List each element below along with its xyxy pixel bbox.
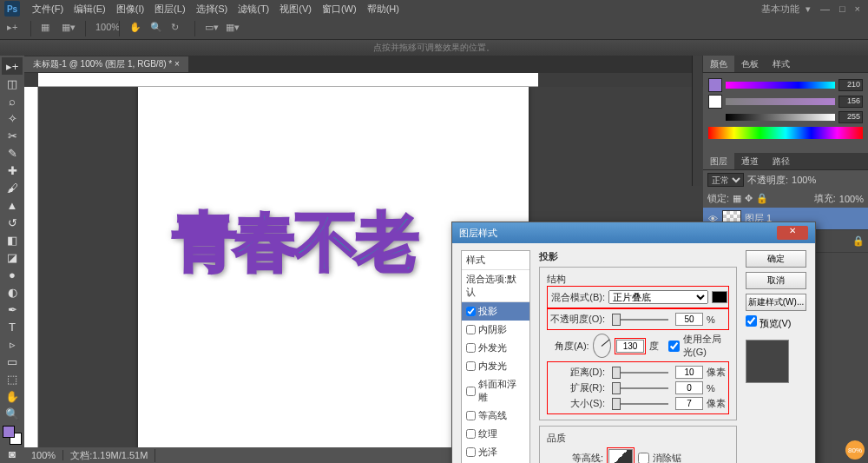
dodge-tool[interactable]: ◐ <box>2 283 23 301</box>
tab-channels[interactable]: 通道 <box>734 153 766 169</box>
move-tool[interactable]: ▸+ <box>2 57 23 75</box>
dialog-close-button[interactable]: ✕ <box>777 226 808 240</box>
style-check[interactable] <box>466 343 476 353</box>
3d-tool[interactable]: ⬚ <box>2 370 23 387</box>
close-icon[interactable]: × <box>852 2 864 16</box>
pen-tool[interactable]: ✒ <box>2 301 23 318</box>
spread-slider[interactable] <box>612 387 668 389</box>
lock-pixels-icon[interactable]: ▦ <box>733 193 741 204</box>
rotate-icon[interactable]: ↻ <box>171 22 185 36</box>
menu-help[interactable]: 帮助(H) <box>362 3 404 16</box>
cancel-button[interactable]: 取消 <box>746 272 806 289</box>
brush-tool[interactable]: 🖌 <box>2 179 23 196</box>
style-item-innerglow[interactable]: 内发光 <box>462 357 529 375</box>
style-item-bevel[interactable]: 斜面和浮雕 <box>462 375 529 407</box>
menu-file[interactable]: 文件(F) <box>27 3 69 16</box>
menu-filter[interactable]: 滤镜(T) <box>233 3 274 16</box>
style-check[interactable] <box>466 361 476 371</box>
blend-options-item[interactable]: 混合选项:默认 <box>462 270 529 302</box>
angle-dial[interactable] <box>593 334 611 358</box>
angle-input[interactable] <box>616 340 644 353</box>
heal-tool[interactable]: ✚ <box>2 162 23 179</box>
dialog-title-bar[interactable]: 图层样式 ✕ <box>452 222 815 243</box>
opacity-slider[interactable] <box>612 319 668 321</box>
menu-layer[interactable]: 图层(L) <box>149 3 190 16</box>
distance-input[interactable] <box>675 366 703 379</box>
eraser-tool[interactable]: ◧ <box>2 231 23 248</box>
tab-layers[interactable]: 图层 <box>703 153 734 169</box>
workspace-switcher[interactable]: 基本功能 ▾ <box>754 1 814 17</box>
eyedropper-tool[interactable]: ✎ <box>2 144 23 162</box>
blend-mode-select[interactable]: 正常 <box>707 173 744 187</box>
hue-slider[interactable] <box>726 82 835 89</box>
hand-tool[interactable]: ✋ <box>2 387 23 405</box>
style-check[interactable] <box>466 447 476 457</box>
history-brush-tool[interactable]: ↺ <box>2 214 23 231</box>
bg-swatch[interactable] <box>708 95 722 109</box>
stamp-tool[interactable]: ▲ <box>2 196 23 214</box>
style-check[interactable] <box>466 387 476 396</box>
sat-value[interactable]: 156 <box>838 96 863 108</box>
maximize-icon[interactable]: □ <box>836 2 849 16</box>
hue-value[interactable]: 210 <box>838 79 863 91</box>
screen-mode-icon[interactable]: ▭▾ <box>205 22 219 36</box>
style-check[interactable] <box>466 307 476 316</box>
tab-paths[interactable]: 路径 <box>766 153 797 169</box>
quickmask-tool[interactable]: ◙ <box>2 445 23 462</box>
preview-check[interactable] <box>746 315 757 327</box>
tab-color[interactable]: 颜色 <box>703 56 734 72</box>
style-check[interactable] <box>466 325 476 334</box>
styles-header[interactable]: 样式 <box>462 251 529 270</box>
spectrum-bar[interactable] <box>708 127 863 139</box>
menu-window[interactable]: 窗口(W) <box>317 3 362 16</box>
document-tab[interactable]: 未标题-1 @ 100% (图层 1, RGB/8) * × <box>24 56 188 72</box>
fill-value[interactable]: 100% <box>839 194 864 204</box>
sat-slider[interactable] <box>726 98 835 105</box>
style-item-contour[interactable]: 等高线 <box>462 407 529 425</box>
style-check[interactable] <box>466 411 476 420</box>
zoom-tool[interactable]: 🔍 <box>2 405 23 422</box>
global-light-check[interactable] <box>668 341 680 352</box>
arrange-icon[interactable]: ▦▾ <box>226 22 240 36</box>
bri-slider[interactable] <box>726 114 835 121</box>
menu-view[interactable]: 视图(V) <box>274 3 317 16</box>
style-item-satin[interactable]: 光泽 <box>462 443 529 461</box>
opacity-input[interactable] <box>675 313 703 326</box>
zoom-level[interactable]: 100% <box>95 22 109 36</box>
antialias-check[interactable] <box>638 453 649 464</box>
marquee-tool[interactable]: ◫ <box>2 75 23 92</box>
crop-tool[interactable]: ✂ <box>2 127 23 144</box>
lock-position-icon[interactable]: ✥ <box>745 193 753 204</box>
style-item-outerglow[interactable]: 外发光 <box>462 339 529 357</box>
menu-select[interactable]: 选择(S) <box>191 3 233 16</box>
zoom-icon[interactable]: 🔍 <box>150 22 164 36</box>
style-item-innershadow[interactable]: 内阴影 <box>462 321 529 339</box>
bridge-icon[interactable]: ▦▾ <box>62 22 76 36</box>
type-tool[interactable]: T <box>2 318 23 335</box>
opacity-value[interactable]: 100% <box>792 175 816 185</box>
status-zoom[interactable]: 100% <box>24 450 63 460</box>
new-style-button[interactable]: 新建样式(W)... <box>746 294 806 311</box>
size-input[interactable] <box>675 397 703 410</box>
wand-tool[interactable]: ✧ <box>2 109 23 127</box>
shadow-color-swatch[interactable] <box>712 291 727 303</box>
ok-button[interactable]: 确定 <box>746 250 806 268</box>
status-docsize[interactable]: 文档:1.19M/1.51M <box>63 449 155 462</box>
style-check[interactable] <box>466 429 476 439</box>
color-swatch[interactable] <box>3 426 22 445</box>
path-tool[interactable]: ▹ <box>2 335 23 353</box>
collapsed-panel-strip[interactable] <box>692 56 702 186</box>
minimize-icon[interactable]: — <box>817 2 833 16</box>
lock-all-icon[interactable]: 🔒 <box>756 193 768 204</box>
style-item-texture[interactable]: 纹理 <box>462 425 529 443</box>
menu-edit[interactable]: 编辑(E) <box>69 3 111 16</box>
style-item-dropshadow[interactable]: 投影 <box>462 302 529 321</box>
blend-mode-dropdown[interactable]: 正片叠底 <box>608 290 708 304</box>
tab-swatches[interactable]: 色板 <box>734 56 766 72</box>
hand-icon[interactable]: ✋ <box>129 22 143 36</box>
lasso-tool[interactable]: ⌕ <box>2 92 23 109</box>
gradient-tool[interactable]: ◪ <box>2 248 23 266</box>
bri-value[interactable]: 255 <box>838 111 863 123</box>
launcher-icon[interactable]: ▦ <box>41 22 55 36</box>
distance-slider[interactable] <box>612 372 668 374</box>
